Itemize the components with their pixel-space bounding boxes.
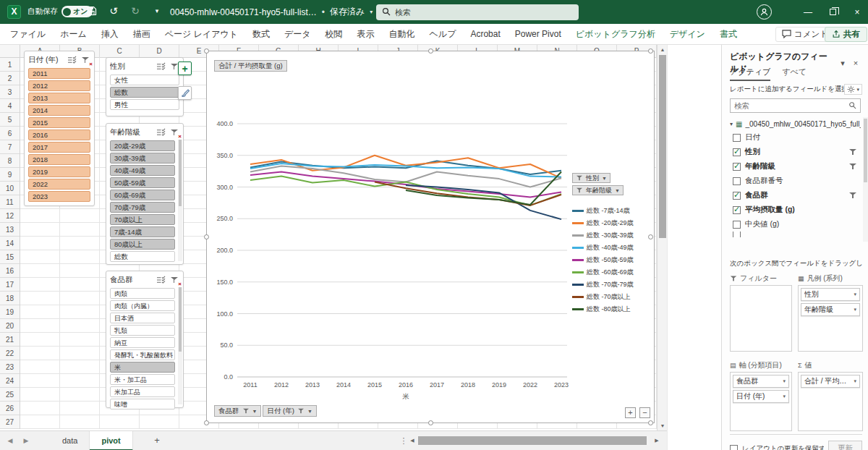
row-header[interactable]: 22 (0, 347, 20, 360)
sheet-nav-prev-icon[interactable]: ◀ (3, 431, 17, 450)
slicer-item[interactable]: 米 (110, 362, 175, 373)
field-row[interactable]: 食品群 (730, 188, 861, 203)
row-header[interactable]: 12 (0, 209, 20, 223)
autosave-toggle[interactable]: 自動保存 オン (27, 6, 93, 17)
column-header[interactable]: D (140, 45, 179, 58)
ribbon-tab[interactable]: Acrobat (463, 24, 507, 44)
column-header[interactable]: C (100, 45, 140, 58)
slicer-item[interactable]: 2018 (28, 154, 90, 165)
ribbon-tab[interactable]: ヘルプ (422, 24, 464, 44)
ribbon-tab[interactable]: ピボットグラフ分析 (569, 24, 663, 44)
ribbon-tab[interactable]: 描画 (126, 24, 158, 44)
pane-close-icon[interactable]: × (849, 59, 862, 67)
select-all-corner[interactable] (0, 45, 20, 58)
legend-item[interactable]: 総数 -70歳-79歳 (572, 279, 653, 291)
account-avatar[interactable] (757, 4, 772, 20)
slicer-food[interactable]: 食品群 × 肉類肉類（内臓）日本酒乳類納豆発酵乳・乳酸菌飲料米米・加工品米加工品… (106, 271, 184, 408)
slicer-item[interactable]: 60歳-69歳 (110, 190, 175, 200)
slicer-item[interactable]: 総数 (110, 251, 175, 262)
clear-filter-icon[interactable]: × (80, 56, 90, 65)
legend-area[interactable]: 性別▾年齢階級▾ (798, 285, 863, 352)
row-header[interactable]: 13 (0, 223, 20, 237)
chart-resize-handle[interactable] (428, 48, 433, 54)
slicer-item[interactable]: 米加工品 (110, 386, 175, 397)
chart-resize-handle[interactable] (204, 420, 209, 425)
vertical-scrollbar[interactable]: ▲ ▼ (657, 45, 667, 430)
slicer-item[interactable]: 味噌 (110, 399, 175, 409)
row-header[interactable]: 25 (0, 388, 20, 402)
row-header[interactable]: 3 (0, 85, 20, 99)
row-header[interactable]: 9 (0, 168, 20, 182)
slicer-item[interactable]: 7歳-14歳 (110, 226, 175, 237)
legend-item[interactable]: 総数 -80歳以上 (572, 303, 653, 315)
field-checkbox[interactable] (733, 221, 741, 229)
field-row[interactable]: 平均摂取量 (g) (730, 203, 861, 217)
field-filter-icon[interactable] (849, 148, 856, 156)
chart-elements-button[interactable]: + (178, 61, 192, 75)
multiselect-icon[interactable] (156, 128, 166, 137)
add-sheet-button[interactable]: + (148, 431, 166, 450)
row-header[interactable]: 24 (0, 374, 20, 388)
slicer-item[interactable]: 女性 (110, 75, 179, 85)
tab-scroll-splitter[interactable]: ⋮ (399, 431, 408, 450)
sheet-tab[interactable]: pivot (90, 431, 132, 450)
qat-more-icon[interactable]: ▾ (150, 4, 163, 17)
legend-item[interactable]: 総数 -20歳-29歳 (572, 217, 653, 229)
field-list-scrollbar[interactable] (863, 117, 868, 242)
chart-resize-handle[interactable] (648, 420, 653, 425)
save-icon[interactable] (85, 4, 98, 17)
field-row[interactable]: 食品群番号 (730, 174, 861, 188)
update-button[interactable]: 更新 (828, 441, 862, 450)
excel-logo-icon[interactable]: X (7, 5, 21, 19)
row-header[interactable]: 11 (0, 195, 20, 209)
slicer-item[interactable]: 乳類 (110, 325, 175, 336)
row-header[interactable]: 2 (0, 72, 20, 85)
field-filter-icon[interactable] (849, 163, 856, 170)
value-field-button[interactable]: 合計 / 平均摂取量 (g) (214, 60, 287, 72)
legend-field-button[interactable]: 年齢階級 ▼ (572, 185, 624, 195)
chart-resize-handle[interactable] (648, 234, 653, 239)
vertical-scroll-thumb[interactable] (659, 55, 666, 238)
legend-item[interactable]: 総数 -30歳-39歳 (572, 229, 653, 242)
ribbon-tab[interactable]: デザイン (663, 24, 712, 44)
slicer-item[interactable]: 20歳-29歳 (110, 140, 175, 151)
filters-area[interactable] (730, 285, 792, 352)
slicer-item[interactable]: 2012 (28, 80, 90, 91)
pane-tab[interactable]: アクティブ (730, 67, 770, 81)
field-checkbox[interactable] (733, 192, 741, 200)
field-row[interactable]: 中央値 (g) (730, 217, 861, 232)
slicer-item[interactable]: 2022 (28, 179, 90, 190)
multiselect-icon[interactable] (156, 276, 166, 285)
ribbon-tab[interactable]: 数式 (245, 24, 277, 44)
field-row[interactable]: 年齢階級 (730, 159, 861, 174)
defer-layout-checkbox[interactable] (730, 445, 738, 450)
slicer-item[interactable]: 2019 (28, 166, 90, 177)
restore-button[interactable] (820, 0, 845, 24)
slicer-item[interactable]: 日本酒 (110, 313, 175, 323)
field-row-partial[interactable] (730, 232, 861, 237)
minimize-button[interactable]: — (796, 0, 820, 24)
slicer-item[interactable]: 30歳-39歳 (110, 153, 175, 164)
field-checkbox[interactable] (733, 177, 741, 185)
scroll-up-icon[interactable]: ▲ (658, 45, 668, 54)
row-header[interactable]: 26 (0, 402, 20, 415)
row-header[interactable]: 15 (0, 250, 20, 264)
redo-icon[interactable]: ↻ (129, 4, 142, 17)
slicer-item[interactable]: 2017 (28, 142, 90, 153)
save-status[interactable]: 保存済み (330, 6, 365, 18)
ribbon-tab[interactable]: Power Pivot (508, 24, 569, 44)
scroll-left-icon[interactable]: ◀ (408, 436, 417, 446)
fields-search-input[interactable] (734, 101, 848, 110)
close-button[interactable]: × (845, 0, 868, 24)
row-header[interactable]: 20 (0, 319, 20, 333)
field-checkbox[interactable] (733, 148, 741, 156)
ribbon-tab[interactable]: データ (277, 24, 318, 44)
slicer-item[interactable]: 2016 (28, 130, 90, 140)
slicer-item[interactable]: 納豆 (110, 337, 175, 348)
slicer-age[interactable]: 年齢階級 × 20歳-29歳30歳-39歳40歳-49歳50歳-59歳60歳-6… (106, 123, 184, 265)
legend-item[interactable]: 総数 -50歳-59歳 (572, 254, 653, 266)
row-header[interactable]: 21 (0, 333, 20, 347)
row-header[interactable]: 5 (0, 113, 20, 127)
pivot-chart[interactable]: 0.050.0100.0150.0200.0250.0300.0350.0400… (206, 51, 655, 423)
pane-tab[interactable]: すべて (782, 67, 807, 81)
